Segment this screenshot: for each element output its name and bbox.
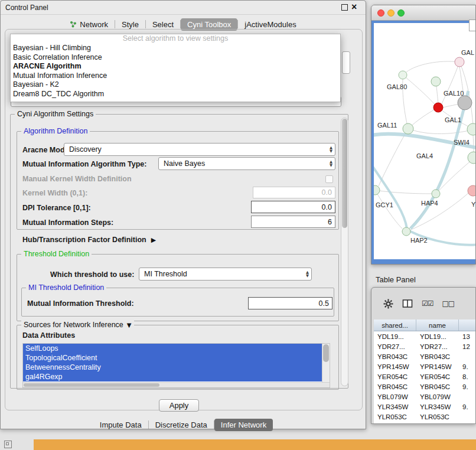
table-row[interactable]: YPR145W YPR145W 9. bbox=[374, 361, 476, 371]
network-icon bbox=[70, 21, 77, 28]
table-row[interactable]: YDL19... YDL19... 13 bbox=[374, 331, 476, 341]
cell-shared-name[interactable]: YLR053C bbox=[374, 413, 416, 420]
scrollbar-thumb[interactable] bbox=[323, 344, 329, 362]
aracne-mode-combobox[interactable]: Discovery ▲▼ bbox=[64, 143, 335, 156]
cell-extra[interactable]: 13 bbox=[459, 333, 476, 340]
network-node[interactable] bbox=[403, 123, 413, 134]
minimize-traffic-light[interactable] bbox=[387, 9, 395, 17]
network-node[interactable] bbox=[468, 152, 476, 164]
network-node[interactable] bbox=[399, 71, 407, 79]
table-row[interactable]: YBR045C YBR045C 9. bbox=[374, 381, 476, 392]
column-header-shared-name[interactable]: shared... bbox=[374, 319, 416, 331]
algorithm-option[interactable]: Basic Correlation Inference bbox=[11, 53, 340, 63]
settings-scrollbar[interactable] bbox=[341, 118, 348, 386]
mi-threshold-field[interactable]: 0.5 bbox=[248, 297, 332, 309]
table-row[interactable]: YDR27... YDR27... 12 bbox=[374, 341, 476, 351]
float-window-icon[interactable] bbox=[341, 4, 348, 11]
network-canvas[interactable]: GAL GAL80 GAL10 GAL11 GAL1 SWI4 GAL4 GCY… bbox=[374, 23, 475, 259]
cell-name[interactable]: YPR145W bbox=[416, 363, 459, 370]
table-row[interactable]: YBR043C YBR043C bbox=[374, 351, 476, 361]
cell-shared-name[interactable]: YBL079W bbox=[374, 393, 416, 400]
network-node-gray[interactable] bbox=[458, 96, 472, 110]
manual-kernel-checkbox[interactable] bbox=[325, 175, 333, 183]
hub-definition-section[interactable]: Hub/Transcription Factor Definition ▶ bbox=[22, 236, 156, 244]
node-table: shared... name YDL19... YDL19... 13 YDR2… bbox=[374, 319, 476, 424]
group-title-row[interactable]: Sources for Network Inference ▼ bbox=[21, 321, 134, 329]
zoom-traffic-light[interactable] bbox=[397, 9, 405, 17]
cell-name[interactable]: YER054C bbox=[416, 373, 459, 380]
apply-button[interactable]: Apply bbox=[159, 399, 199, 412]
attribute-item-selected[interactable]: SelfLoops bbox=[23, 344, 322, 353]
cell-extra[interactable]: 9. bbox=[459, 383, 476, 390]
network-node[interactable] bbox=[432, 190, 440, 198]
expanded-arrow-icon[interactable]: ▼ bbox=[127, 322, 132, 328]
cell-name[interactable]: YDL19... bbox=[416, 333, 459, 340]
gear-icon[interactable] bbox=[383, 299, 393, 309]
algorithm-option[interactable]: Dream8 DC_TDC Algorithm bbox=[11, 90, 340, 99]
cell-shared-name[interactable]: YDR27... bbox=[374, 343, 416, 350]
cell-name[interactable]: YBL079W bbox=[416, 393, 459, 400]
table-row[interactable]: YBL079W YBL079W bbox=[374, 392, 476, 402]
cell-extra[interactable]: 9. bbox=[459, 363, 476, 370]
cell-shared-name[interactable]: YBR045C bbox=[374, 383, 416, 390]
network-node[interactable] bbox=[402, 227, 410, 236]
table-row[interactable]: YER054C YER054C 8. bbox=[374, 371, 476, 381]
mi-type-label: Mutual Information Algorithm Type: bbox=[22, 160, 146, 168]
cell-shared-name[interactable]: YPR145W bbox=[374, 363, 416, 370]
dpi-tolerance-field[interactable]: 0.0 bbox=[251, 201, 335, 213]
list-vertical-scrollbar[interactable] bbox=[322, 344, 330, 383]
network-node[interactable] bbox=[374, 185, 380, 195]
node-label: GAL80 bbox=[387, 83, 407, 90]
select-all-icon[interactable]: ☑☑ bbox=[422, 299, 433, 308]
network-node-pink[interactable] bbox=[455, 57, 464, 67]
kernel-width-field[interactable]: 0.0 bbox=[253, 187, 335, 198]
collapsed-arrow-icon[interactable]: ▶ bbox=[151, 236, 156, 244]
list-horizontal-scrollbar[interactable] bbox=[23, 382, 330, 387]
network-scrollbar-fragment[interactable] bbox=[469, 19, 476, 31]
network-window-titlebar[interactable] bbox=[371, 5, 475, 21]
algorithm-option[interactable]: Bayesian - K2 bbox=[11, 80, 340, 90]
mi-type-combobox[interactable]: Naive Bayes ▲▼ bbox=[158, 157, 335, 170]
scrollbar-thumb[interactable] bbox=[24, 383, 159, 387]
tab-infer-network[interactable]: Infer Network bbox=[214, 419, 273, 431]
network-node-red-gal10[interactable] bbox=[433, 103, 443, 112]
algorithm-option[interactable]: Mutual Information Inference bbox=[11, 71, 340, 81]
attribute-item-selected[interactable]: TopologicalCoefficient bbox=[23, 353, 322, 363]
cell-extra[interactable]: 9. bbox=[459, 403, 476, 410]
algorithm-option[interactable]: Bayesian - Hill Climbing bbox=[11, 44, 340, 53]
cell-name[interactable]: YBR045C bbox=[416, 383, 459, 390]
cell-extra[interactable]: 8. bbox=[459, 373, 476, 380]
cell-extra[interactable]: 12 bbox=[459, 343, 476, 350]
cell-shared-name[interactable]: YLR345W bbox=[374, 403, 416, 410]
window-restore-icon[interactable] bbox=[4, 441, 12, 448]
cell-shared-name[interactable]: YDL19... bbox=[374, 333, 416, 340]
tab-discretize-data[interactable]: Discretize Data bbox=[149, 419, 214, 431]
cell-name[interactable]: YLR053C bbox=[416, 413, 459, 420]
which-threshold-combobox[interactable]: MI Threshold ▲▼ bbox=[139, 268, 312, 281]
table-row[interactable]: YLR053C YLR053C bbox=[374, 412, 476, 422]
close-icon[interactable]: × bbox=[351, 3, 357, 11]
attribute-item-selected[interactable]: BetweennessCentrality bbox=[23, 363, 322, 372]
network-node[interactable] bbox=[467, 123, 476, 135]
which-threshold-label: Which threshold to use: bbox=[50, 270, 134, 279]
algorithm-option-selected[interactable]: ARACNE Algorithm bbox=[11, 62, 340, 71]
attribute-item-selected[interactable]: gal4RGexp bbox=[23, 372, 322, 381]
cell-shared-name[interactable]: YBR043C bbox=[374, 353, 416, 360]
cell-shared-name[interactable]: YER054C bbox=[374, 373, 416, 380]
mi-steps-field[interactable]: 6 bbox=[251, 216, 335, 228]
table-row[interactable]: YLR345W YLR345W 9. bbox=[374, 402, 476, 412]
group-title: Cyni Algorithm Settings bbox=[15, 110, 96, 118]
column-header-name[interactable]: name bbox=[416, 319, 459, 331]
cell-name[interactable]: YDR27... bbox=[416, 343, 459, 350]
cell-name[interactable]: YBR043C bbox=[416, 353, 459, 360]
tab-impute-data[interactable]: Impute Data bbox=[93, 419, 148, 431]
network-node[interactable] bbox=[431, 77, 441, 86]
cell-name[interactable]: YLR345W bbox=[416, 403, 459, 410]
scrollbar-thumb[interactable] bbox=[342, 119, 347, 228]
close-traffic-light[interactable] bbox=[377, 9, 384, 17]
network-node-pink[interactable] bbox=[468, 185, 476, 196]
column-header-extra[interactable] bbox=[459, 319, 476, 331]
deselect-all-icon[interactable]: □□ bbox=[442, 299, 455, 308]
data-attributes-list[interactable]: SelfLoops TopologicalCoefficient Between… bbox=[22, 343, 330, 388]
table-columns-icon[interactable] bbox=[402, 299, 413, 308]
